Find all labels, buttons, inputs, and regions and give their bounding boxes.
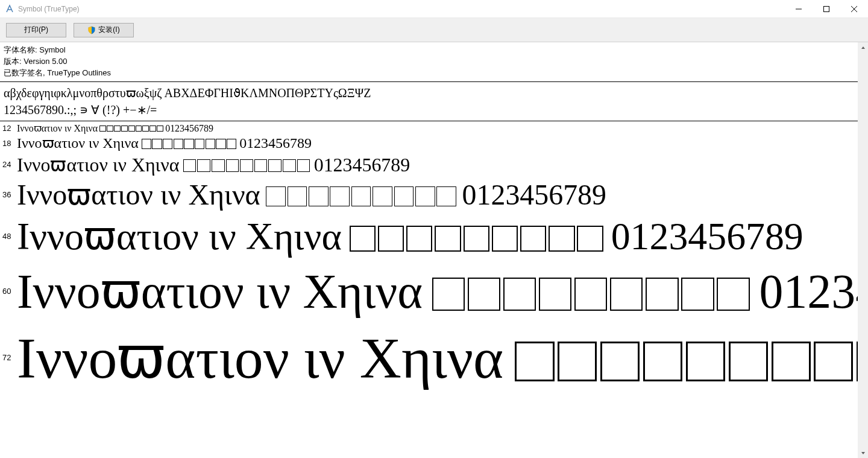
size-label: 24 [2,160,17,169]
content-area: 字体名称: Symbol 版本: Version 5.00 已数字签名, Tru… [0,42,868,458]
scroll-track[interactable] [858,52,868,448]
sample-row: 48Ιννοϖατιον ιν Χηινα 0123456789 [0,214,858,262]
window-title: Symbol (TrueType) [18,5,785,13]
missing-glyph-boxes [432,278,750,310]
maximize-button[interactable] [813,0,840,18]
sample-text: Ιννοϖατιον ιν Χηινα 0123456789 [17,324,858,392]
minimize-button[interactable] [785,0,813,18]
svg-rect-1 [824,7,829,12]
missing-glyph-boxes [142,139,237,148]
missing-glyph-boxes [515,342,858,381]
sample-row: 24Ιννοϖατιον ιν Χηινα 0123456789 [0,153,858,178]
window-controls [785,0,868,17]
charset-line1: αβχδεφγηιφκλμνοπθρστυϖωξψζ ΑΒΧΔΕΦΓΗΙϑΚΛΜ… [4,84,854,101]
missing-glyph-boxes [99,126,163,132]
sample-text: Ιννοϖατιον ιν Χηινα 0123456789 [17,178,606,211]
font-name-line: 字体名称: Symbol [4,45,854,56]
charset-line2: 1234567890.:,; ∍ ∀ (!?) +−∗/= [4,101,854,118]
size-label: 12 [2,124,17,133]
install-button[interactable]: 安装(I) [74,23,134,37]
close-button[interactable] [840,0,868,18]
font-version-line: 版本: Version 5.00 [4,56,854,68]
font-sign-line: 已数字签名, TrueType Outlines [4,68,854,79]
size-label: 60 [2,287,17,296]
app-icon [5,4,14,14]
size-label: 72 [2,353,17,362]
charset-preview: αβχδεφγηιφκλμνοπθρστυϖωξψζ ΑΒΧΔΕΦΓΗΙϑΚΛΜ… [0,82,858,121]
scroll-down-button[interactable] [858,448,868,458]
sample-row: 18Ιννοϖατιον ιν Χηινα 0123456789 [0,135,858,153]
size-label: 18 [2,139,17,148]
sample-text: Ιννοϖατιον ιν Χηινα 0123456789 [17,263,858,319]
size-label: 48 [2,232,17,241]
missing-glyph-boxes [183,159,310,173]
sample-row: 36Ιννοϖατιον ιν Χηινα 0123456789 [0,178,858,214]
sample-text: Ιννοϖατιον ιν Χηινα 0123456789 [17,135,312,151]
sample-list: 12Ιννοϖατιον ιν Χηινα 012345678918Ιννοϖα… [0,121,858,398]
sample-row: 72Ιννοϖατιον ιν Χηινα 0123456789 [0,324,858,398]
sample-text: Ιννοϖατιον ιν Χηινα 0123456789 [17,153,410,176]
font-metadata: 字体名称: Symbol 版本: Version 5.00 已数字签名, Tru… [0,42,858,82]
sample-row: 12Ιννοϖατιον ιν Χηινα 0123456789 [0,122,858,135]
missing-glyph-boxes [266,186,456,206]
sample-text: Ιννοϖατιον ιν Χηινα 0123456789 [17,122,213,134]
scroll-up-button[interactable] [858,42,868,52]
shield-icon [87,26,96,34]
sample-text: Ιννοϖατιον ιν Χηινα 0123456789 [17,214,804,259]
size-label: 36 [2,190,17,199]
print-button[interactable]: 打印(P) [6,23,66,37]
sample-row: 60Ιννοϖατιον ιν Χηινα 0123456789 [0,263,858,324]
missing-glyph-boxes [350,226,603,252]
titlebar: Symbol (TrueType) [0,0,868,18]
toolbar: 打印(P) 安装(I) [0,18,868,42]
vertical-scrollbar[interactable] [858,42,868,458]
